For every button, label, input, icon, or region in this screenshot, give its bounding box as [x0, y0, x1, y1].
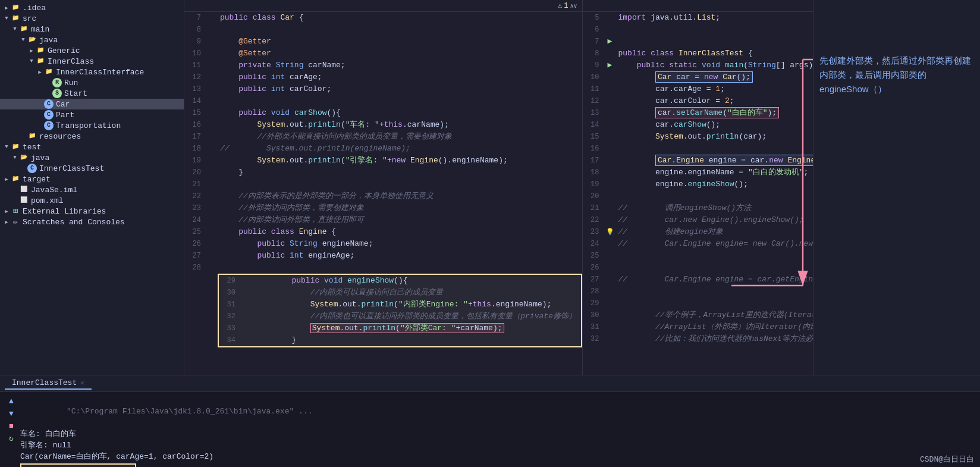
- sidebar-item-generic[interactable]: ▶ 📁 Generic: [0, 45, 184, 56]
- sidebar-label-resources: resources: [39, 132, 81, 141]
- code-line: 33 System.out.println("外部类Car: "+carName…: [219, 322, 581, 334]
- scroll-up-button[interactable]: ▲: [6, 396, 17, 406]
- ext-icon: ⊞: [11, 206, 20, 216]
- code-line: 6: [583, 24, 813, 36]
- sidebar-item-target[interactable]: ▶ 📁 target: [0, 174, 184, 184]
- sidebar-label-java2: java: [31, 153, 49, 162]
- code-line: 12 car.carColor = 2;: [583, 95, 813, 107]
- code-line: 23 //外部类访问内部类，需要创建对象: [184, 202, 582, 214]
- sidebar-label-extlib: External Libraries: [23, 207, 106, 216]
- sidebar-item-main[interactable]: ▼ 📁 main: [0, 24, 184, 35]
- sidebar-item-extlib[interactable]: ▶ ⊞ External Libraries: [0, 206, 184, 217]
- sidebar-label-src: src: [23, 14, 36, 23]
- code-line: 24 // Car.Engine engine= new Car().new E…: [583, 238, 813, 250]
- sidebar-item-run[interactable]: ▶ R Run: [0, 77, 184, 88]
- warning-bar: ⚠ 1 ∧ ∨: [184, 0, 582, 12]
- console-area: InnerClassTest ✕ ▲ ▼ ■ ↻ "C:\Program Fil…: [0, 375, 980, 467]
- sidebar-label-innerclasstest: InnerClassTest: [39, 164, 104, 173]
- sidebar-item-test[interactable]: ▼ 📁 test: [0, 142, 184, 152]
- folder-icon: 📁: [11, 174, 20, 184]
- console-content: ▲ ▼ ■ ↻ "C:\Program Files\Java\jdk1.8.0_…: [0, 392, 980, 467]
- arrow-icon: ▶: [2, 176, 11, 183]
- main-area: ▶ 📁 .idea ▼ 📁 src ▼ 📁 main ▼ 📂 java ▶ 📁 …: [0, 0, 980, 375]
- sidebar-label-java: java: [39, 36, 58, 45]
- sidebar-item-start[interactable]: ▶ S Start: [0, 88, 184, 99]
- sidebar-item-scratches[interactable]: ▶ ✏ Scratches and Consoles: [0, 217, 184, 227]
- sidebar-item-javase[interactable]: ▶ ⬜ JavaSe.iml: [0, 184, 184, 195]
- stop-button[interactable]: ■: [6, 421, 17, 431]
- sidebar-item-java2[interactable]: ▼ 📂 java: [0, 152, 184, 163]
- sidebar-item-transportation[interactable]: ▶ C Transportation: [0, 120, 184, 131]
- arrow-icon: ▶: [36, 69, 44, 76]
- code-line: 20: [583, 190, 813, 202]
- right-editor-header: [583, 0, 813, 12]
- code-line: 11 private String carName;: [184, 59, 582, 71]
- arrow-icon: ▼: [27, 58, 36, 64]
- code-line: 10 Car car = new Car();: [583, 71, 813, 83]
- code-line: 29 public void engineShow(){: [219, 275, 581, 287]
- console-line: 引擎名: null: [20, 440, 975, 451]
- left-code-lines: 7 public class Car { 8 9 @Gett: [184, 12, 582, 375]
- sidebar-item-src[interactable]: ▼ 📁 src: [0, 13, 184, 24]
- sidebar-item-innerclassinterface[interactable]: ▶ 📁 InnerClassInterface: [0, 67, 184, 77]
- down-arrow[interactable]: ∨: [573, 2, 577, 10]
- arrow-icon: ▶: [2, 208, 11, 215]
- sidebar-label-test: test: [23, 143, 41, 152]
- code-line: 15 public void carShow(){: [184, 107, 582, 119]
- code-line: 16: [583, 143, 813, 155]
- code-line: 31 System.out.println("内部类Engine: "+this…: [219, 299, 581, 311]
- code-line: 29: [583, 297, 813, 309]
- code-line: 25 public class Engine {: [184, 226, 582, 238]
- console-tab-innerclasstest[interactable]: InnerClassTest ✕: [5, 377, 92, 390]
- code-line: 14 car.carShow();: [583, 119, 813, 131]
- sidebar-label-innerclassinterface: InnerClassInterface: [56, 68, 144, 77]
- code-line: 19 System.out.println("引擎名: "+new Engine…: [184, 155, 582, 167]
- sidebar-item-part[interactable]: ▶ C Part: [0, 109, 184, 120]
- code-line: 12 public int carAge;: [184, 71, 582, 83]
- sidebar-item-innerclasstest[interactable]: ▶ C InnerClassTest: [0, 163, 184, 174]
- sidebar-item-car[interactable]: ▶ C Car: [0, 99, 184, 109]
- code-line: 32 //比如：我们访问迭代器的hasNext等方法必须先创建内类（Iterat…: [583, 333, 813, 345]
- transportation-class-icon: C: [44, 121, 54, 130]
- code-line: 13 car.setCarName("白白的车");: [583, 107, 813, 119]
- sidebar-label-car: Car: [56, 100, 70, 109]
- sidebar-label-generic: Generic: [48, 46, 80, 55]
- sidebar-item-idea[interactable]: ▶ 📁 .idea: [0, 2, 184, 13]
- sidebar-item-pom[interactable]: ▶ ⬜ pom.xml: [0, 195, 184, 206]
- scroll-down-button[interactable]: ▼: [6, 408, 17, 419]
- code-line: 28: [583, 286, 813, 297]
- folder-blue-icon: 📂: [27, 35, 37, 45]
- arrow-icon: ▶: [2, 5, 11, 11]
- watermark: CSDN@白日日白: [920, 454, 974, 465]
- sidebar-item-innerclass[interactable]: ▼ 📁 InnerClass: [0, 56, 184, 67]
- code-line: 30 //内部类可以直接访问自己的成员变量: [219, 287, 581, 299]
- code-line: 32 //内部类也可以直接访问外部类的成员变量，包括私有变量（private修饰…: [219, 311, 581, 322]
- code-line: 13 public int carColor;: [184, 83, 582, 95]
- close-button[interactable]: ✕: [80, 379, 84, 387]
- console-bottom-area: 内部类Engine: 白白的发动机 外部类Car: 白白的车 engineSho…: [20, 463, 975, 467]
- left-code-area[interactable]: 7 public class Car { 8 9 @Gett: [184, 12, 582, 375]
- sidebar-item-resources[interactable]: ▶ 📁 resources: [0, 131, 184, 142]
- console-tab-label: InnerClassTest: [12, 378, 77, 387]
- sidebar-label-run: Run: [64, 79, 78, 87]
- sidebar-label-transportation: Transportation: [56, 121, 121, 130]
- right-section: 5 import java.util.List; 6 7 ▶: [583, 0, 981, 375]
- run-icon: R: [52, 78, 62, 87]
- folder-icon: 📁: [44, 67, 54, 77]
- code-line: 27 public int engineAge;: [184, 250, 582, 262]
- iml-icon: ⬜: [19, 185, 29, 195]
- arrow-icon: ▼: [11, 155, 19, 161]
- sidebar-item-java[interactable]: ▼ 📂 java: [0, 35, 184, 45]
- arrow-icon: ▼: [2, 15, 11, 21]
- rerun-button[interactable]: ↻: [6, 433, 17, 444]
- code-line: 8: [184, 24, 582, 36]
- sidebar-label-start: Start: [64, 89, 87, 98]
- code-line: 34 }: [219, 334, 581, 346]
- code-line: 14: [184, 95, 582, 107]
- left-editor: ⚠ 1 ∧ ∨ 7 public class Car { 8: [184, 0, 583, 375]
- console-line: Car(carName=白白的车, carAge=1, carColor=2): [20, 451, 975, 462]
- sidebar-label-scratches: Scratches and Consoles: [23, 218, 125, 227]
- right-editor: 5 import java.util.List; 6 7 ▶: [583, 0, 814, 375]
- right-code-area[interactable]: 5 import java.util.List; 6 7 ▶: [583, 12, 813, 375]
- code-line: 15 System.out.println(car);: [583, 131, 813, 143]
